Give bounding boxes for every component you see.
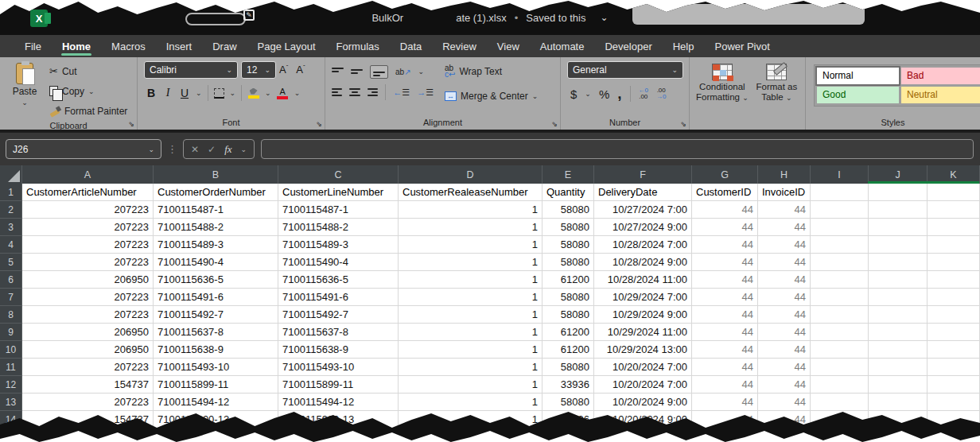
cell-B9[interactable]: 7100115637-8 [154, 324, 278, 341]
name-box[interactable]: J26 ⌄ [6, 139, 161, 159]
cell-D3[interactable]: 1 [399, 219, 542, 236]
cell-H8[interactable]: 44 [758, 306, 811, 324]
cell-H3[interactable]: 44 [758, 219, 811, 236]
cell-A12[interactable]: 154737 [22, 376, 154, 394]
cell-B1[interactable]: CustomerOrderNumber [154, 184, 278, 201]
cell-E13[interactable]: 58080 [542, 394, 594, 411]
cell-I1[interactable] [811, 184, 869, 201]
cell-F1[interactable]: DeliveryDate [594, 184, 692, 201]
tab-macros[interactable]: Macros [101, 35, 156, 57]
cell-J2[interactable] [869, 201, 928, 219]
clipboard-dialog-launcher[interactable]: ⇘ [128, 121, 134, 128]
cell-F10[interactable]: 10/29/2024 13:00 [594, 341, 692, 359]
align-center-button[interactable] [349, 88, 360, 97]
cell-I7[interactable] [811, 289, 869, 306]
search-box[interactable] [632, 4, 865, 25]
chevron-down-icon[interactable]: ⌄ [600, 12, 608, 23]
cell-I11[interactable] [811, 359, 869, 376]
row-header-7[interactable]: 7 [0, 289, 22, 306]
cell-H13[interactable]: 44 [758, 394, 811, 411]
number-format-combo[interactable]: General ⌄ [567, 61, 683, 79]
currency-button[interactable]: $ [570, 87, 577, 101]
cell-B6[interactable]: 7100115636-5 [154, 271, 278, 289]
column-header-i[interactable]: I [811, 165, 869, 184]
insert-function-icon[interactable]: fx [224, 143, 231, 156]
cell-I4[interactable] [811, 236, 869, 254]
cell-F13[interactable]: 10/20/2024 9:00 [594, 394, 692, 411]
decrease-font-size-button[interactable]: Aˇ [296, 64, 309, 76]
decrease-indent-button[interactable]: ←☰ [393, 87, 410, 98]
cell-D10[interactable]: 1 [399, 341, 542, 359]
comma-style-button[interactable]: , [617, 90, 621, 98]
cancel-icon[interactable]: ✕ [191, 144, 199, 155]
column-header-f[interactable]: F [594, 165, 692, 184]
style-chip-bad[interactable]: Bad [901, 68, 980, 84]
cell-A8[interactable]: 207223 [22, 306, 154, 324]
paste-button[interactable]: Paste ⌄ [6, 61, 43, 121]
cell-E11[interactable]: 58080 [542, 359, 594, 376]
row-header-6[interactable]: 6 [0, 271, 22, 289]
cell-A11[interactable]: 207223 [22, 359, 154, 376]
decrease-decimal-button[interactable]: .00→0 [656, 87, 666, 100]
cell-G13[interactable]: 44 [692, 394, 758, 411]
cell-C8[interactable]: 7100115492-7 [278, 306, 399, 324]
cell-H7[interactable]: 44 [758, 289, 811, 306]
tab-draw[interactable]: Draw [202, 35, 247, 57]
tab-page-layout[interactable]: Page Layout [247, 35, 326, 57]
cell-I10[interactable] [811, 341, 869, 359]
tab-home[interactable]: Home [52, 35, 101, 57]
cell-B7[interactable]: 7100115491-6 [154, 289, 278, 306]
bold-button[interactable]: B [146, 87, 157, 99]
tab-insert[interactable]: Insert [156, 35, 203, 57]
increase-decimal-button[interactable]: ←0.00 [639, 87, 648, 100]
cell-J12[interactable] [869, 376, 928, 394]
cell-D12[interactable]: 1 [399, 376, 542, 394]
cell-J6[interactable] [869, 271, 928, 289]
cell-D13[interactable]: 1 [399, 394, 542, 411]
cell-K2[interactable] [928, 201, 980, 219]
cell-A6[interactable]: 206950 [22, 271, 154, 289]
cell-E12[interactable]: 33936 [542, 376, 594, 394]
copy-button[interactable]: Copy ⌄ [49, 81, 127, 101]
row-header-8[interactable]: 8 [0, 306, 22, 324]
middle-align-button[interactable] [351, 68, 363, 76]
style-chip-neutral[interactable]: Neutral [901, 87, 980, 103]
tab-power-pivot[interactable]: Power Pivot [704, 35, 780, 57]
cell-E10[interactable]: 61200 [542, 341, 594, 359]
cell-K6[interactable] [928, 271, 980, 289]
cell-K8[interactable] [928, 306, 980, 324]
cell-G7[interactable]: 44 [692, 289, 758, 306]
cell-C9[interactable]: 7100115637-8 [278, 324, 399, 341]
align-right-button[interactable] [368, 88, 378, 97]
cell-K5[interactable] [928, 254, 980, 271]
increase-font-size-button[interactable]: Aˆ [279, 64, 293, 76]
chevron-down-icon[interactable]: ⌄ [196, 89, 202, 97]
cell-H2[interactable]: 44 [758, 201, 811, 219]
cell-J11[interactable] [869, 359, 928, 376]
font-name-combo[interactable]: Calibri ⌄ [144, 61, 238, 79]
cell-D11[interactable]: 1 [399, 359, 542, 376]
cell-A4[interactable]: 207223 [22, 236, 154, 254]
enter-icon[interactable]: ✓ [208, 144, 216, 155]
row-header-13[interactable]: 13 [0, 394, 22, 411]
tab-review[interactable]: Review [432, 35, 487, 57]
cell-K9[interactable] [928, 324, 980, 341]
cell-A3[interactable]: 207223 [22, 219, 154, 236]
cell-B13[interactable]: 7100115494-12 [154, 394, 278, 411]
cell-J10[interactable] [869, 341, 928, 359]
cell-B8[interactable]: 7100115492-7 [154, 306, 278, 324]
cell-B3[interactable]: 7100115488-2 [154, 219, 278, 236]
wrap-text-button[interactable]: abc↩ Wrap Text [445, 61, 538, 81]
cell-F3[interactable]: 10/27/2024 9:00 [594, 219, 692, 236]
chevron-down-icon[interactable]: ⌄ [230, 89, 236, 97]
cell-K7[interactable] [928, 289, 980, 306]
cell-E2[interactable]: 58080 [542, 201, 594, 219]
number-dialog-launcher[interactable]: ⇘ [680, 121, 686, 128]
font-size-combo[interactable]: 12 ⌄ [241, 61, 276, 79]
cell-E3[interactable]: 58080 [542, 219, 594, 236]
cell-E7[interactable]: 58080 [542, 289, 594, 306]
cell-A7[interactable]: 207223 [22, 289, 154, 306]
fill-color-button[interactable] [247, 88, 259, 99]
cell-C2[interactable]: 7100115487-1 [278, 201, 399, 219]
cell-F5[interactable]: 10/28/2024 9:00 [594, 254, 692, 271]
